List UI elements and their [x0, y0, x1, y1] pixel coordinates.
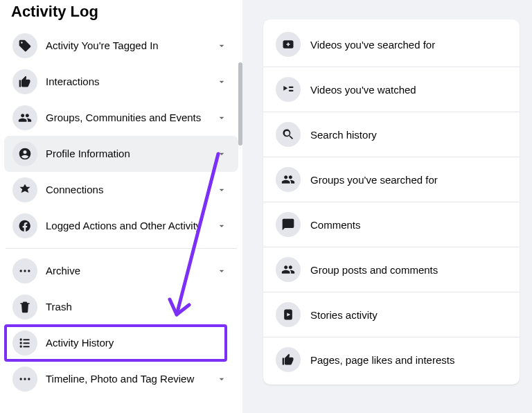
activity-row-thumb[interactable]: Pages, page likes and interests [263, 337, 520, 382]
sidebar-item-label: Activity History [46, 336, 227, 350]
activity-row-label: Videos you've watched [310, 84, 416, 96]
chevron-down-icon [216, 265, 227, 276]
activity-row-label: Search history [310, 129, 377, 141]
chevron-down-icon [216, 40, 227, 51]
activity-row-label: Groups you've searched for [310, 174, 438, 186]
main-content: Videos you've searched forVideos you've … [242, 0, 532, 413]
search-icon [276, 122, 301, 147]
activity-row-label: Group posts and comments [310, 264, 438, 276]
activity-row-groups[interactable]: Groups you've searched for [263, 157, 520, 202]
activity-row-label: Videos you've searched for [310, 39, 435, 51]
activity-row-label: Pages, page likes and interests [310, 354, 454, 366]
activity-row-groups[interactable]: Group posts and comments [263, 247, 520, 292]
sidebar-item-label: Timeline, Photo and Tag Review [46, 372, 216, 386]
activity-card: Videos you've searched forVideos you've … [263, 19, 520, 385]
sidebar-item-thumb[interactable]: Interactions [4, 64, 238, 100]
sidebar-item-label: Logged Actions and Other Activity [46, 219, 216, 233]
activity-row-label: Stories activity [310, 309, 378, 321]
groups-icon [12, 105, 37, 130]
video-plus-icon [276, 32, 301, 57]
activity-row-play-list[interactable]: Videos you've watched [263, 67, 520, 112]
chevron-down-icon [216, 148, 227, 159]
activity-row-comment[interactable]: Comments [263, 202, 520, 247]
groups-icon [276, 167, 301, 192]
play-list-icon [276, 77, 301, 102]
sidebar-item-dots[interactable]: Archive [4, 253, 238, 289]
sidebar-item-profile[interactable]: Profile Information [4, 136, 238, 172]
stories-icon [276, 302, 301, 327]
sidebar-item-label: Activity You're Tagged In [46, 39, 216, 53]
chevron-down-icon [216, 76, 227, 87]
chevron-down-icon [216, 112, 227, 123]
activity-row-video-plus[interactable]: Videos you've searched for [263, 22, 520, 67]
chevron-down-icon [216, 184, 227, 195]
sidebar-item-label: Connections [46, 183, 216, 197]
thumb-icon [276, 347, 301, 372]
activity-row-stories[interactable]: Stories activity [263, 292, 520, 337]
connections-icon [12, 177, 37, 202]
sidebar-item-connections[interactable]: Connections [4, 172, 238, 208]
trash-icon [12, 295, 37, 319]
dots-icon [12, 367, 37, 392]
facebook-icon [12, 213, 37, 238]
comment-icon [276, 212, 301, 237]
groups-icon [276, 257, 301, 282]
sidebar-item-groups[interactable]: Groups, Communities and Events [4, 100, 238, 136]
sidebar-item-label: Interactions [46, 75, 216, 89]
chevron-down-icon [216, 374, 227, 385]
activity-row-search[interactable]: Search history [263, 112, 520, 157]
sidebar-item-tag[interactable]: Activity You're Tagged In [4, 28, 238, 64]
scrollbar-thumb[interactable] [238, 62, 242, 146]
chevron-down-icon [216, 220, 227, 231]
tag-icon [12, 33, 37, 58]
thumb-icon [12, 69, 37, 94]
dots-icon [12, 258, 37, 283]
sidebar-title: Activity Log [0, 0, 242, 28]
profile-icon [12, 141, 37, 166]
sidebar-item-trash[interactable]: Trash [4, 289, 238, 325]
section-divider [6, 248, 237, 249]
sidebar-item-label: Profile Information [46, 147, 216, 161]
sidebar-item-label: Archive [46, 264, 216, 278]
activity-row-label: Comments [310, 219, 361, 231]
sidebar-item-list[interactable]: Activity History [4, 325, 238, 361]
sidebar-item-label: Trash [46, 300, 227, 314]
list-icon [12, 331, 37, 355]
sidebar-item-dots[interactable]: Timeline, Photo and Tag Review [4, 361, 238, 397]
sidebar-item-facebook[interactable]: Logged Actions and Other Activity [4, 208, 238, 244]
activity-log-sidebar: Activity Log Activity You're Tagged InIn… [0, 0, 242, 413]
sidebar-item-label: Groups, Communities and Events [46, 111, 216, 125]
